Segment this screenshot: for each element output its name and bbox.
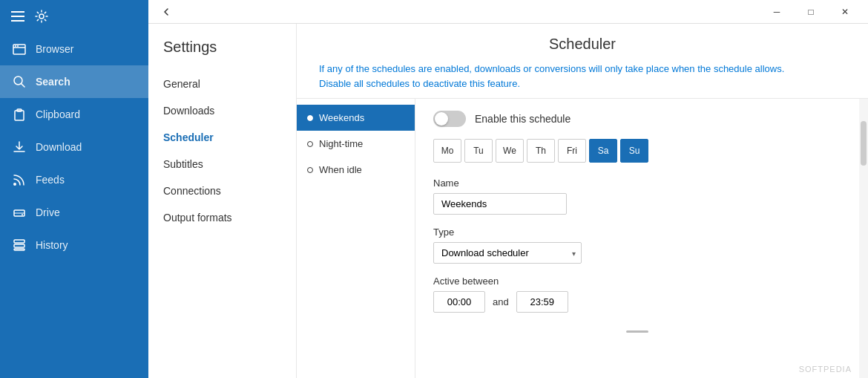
- sidebar-item-label: Drive: [36, 206, 60, 218]
- svg-rect-0: [11, 11, 24, 13]
- svg-rect-10: [15, 111, 24, 120]
- scrollbar-thumb[interactable]: [861, 121, 867, 166]
- scheduler-title: Scheduler: [319, 36, 846, 53]
- day-button-we[interactable]: We: [496, 139, 524, 163]
- scheduler-body: Weekends Night-time When idle: [297, 99, 868, 378]
- sidebar-item-feeds[interactable]: Feeds: [0, 163, 148, 196]
- schedule-dot: [307, 115, 313, 121]
- sidebar-item-label: Browser: [36, 43, 73, 55]
- enable-schedule-toggle[interactable]: [433, 111, 466, 127]
- time-to-input[interactable]: [516, 291, 568, 313]
- titlebar: ─ □ ✕: [148, 0, 868, 24]
- back-button[interactable]: [154, 0, 178, 24]
- settings-gear-icon[interactable]: [34, 9, 49, 24]
- expand-handle-line: [626, 330, 648, 333]
- main-content: ─ □ ✕ Settings General Downloads Schedul…: [148, 0, 868, 378]
- day-button-mo[interactable]: Mo: [433, 139, 461, 163]
- scheduler-content: Scheduler If any of the schedules are en…: [297, 24, 868, 378]
- settings-title: Settings: [148, 39, 296, 71]
- schedule-item-weekends[interactable]: Weekends: [297, 105, 415, 131]
- scheduler-info: If any of the schedules are enabled, dow…: [319, 62, 846, 91]
- sidebar-item-download[interactable]: Download: [0, 131, 148, 163]
- sidebar-item-label: Download: [36, 141, 82, 153]
- day-button-fri[interactable]: Fri: [558, 139, 586, 163]
- name-field-group: Name: [433, 177, 841, 215]
- sidebar-item-label: Search: [36, 76, 70, 88]
- type-select-wrapper: Download scheduler Conversion scheduler …: [433, 242, 582, 264]
- scrollbar-track[interactable]: [859, 99, 868, 378]
- svg-rect-2: [11, 20, 24, 22]
- svg-point-7: [17, 45, 19, 47]
- settings-nav-general[interactable]: General: [148, 71, 296, 97]
- day-button-tu[interactable]: Tu: [464, 139, 493, 163]
- clipboard-icon: [12, 107, 27, 122]
- svg-rect-1: [11, 16, 24, 17]
- name-input[interactable]: [433, 193, 567, 215]
- sidebar-item-search[interactable]: Search: [0, 65, 148, 98]
- schedule-item-when-idle[interactable]: When idle: [297, 157, 415, 183]
- type-label: Type: [433, 227, 841, 238]
- day-button-sa[interactable]: Sa: [589, 139, 617, 163]
- sidebar-item-browser[interactable]: Browser: [0, 33, 148, 65]
- sidebar: Browser Search Clipboard Download: [0, 0, 148, 378]
- toggle-row: Enable this schedule: [433, 111, 841, 127]
- settings-nav-subtitles[interactable]: Subtitles: [148, 151, 296, 177]
- settings-nav-output-formats[interactable]: Output formats: [148, 204, 296, 231]
- sidebar-item-label: Feeds: [36, 174, 65, 186]
- scheduler-info-line1: If any of the schedules are enabled, dow…: [319, 63, 784, 74]
- sidebar-item-drive[interactable]: Drive: [0, 196, 148, 229]
- time-from-input[interactable]: [433, 291, 485, 313]
- expand-handle[interactable]: [433, 325, 841, 336]
- close-button[interactable]: ✕: [828, 0, 862, 24]
- toggle-label: Enable this schedule: [475, 113, 571, 125]
- hamburger-icon[interactable]: [10, 9, 25, 24]
- time-and-separator: and: [493, 296, 509, 307]
- schedule-list: Weekends Night-time When idle: [297, 99, 415, 378]
- name-label: Name: [433, 177, 841, 189]
- schedule-dot: [307, 141, 313, 147]
- softpedia-watermark: SOFTPEDIA: [799, 365, 852, 374]
- day-button-su[interactable]: Su: [620, 139, 648, 163]
- settings-nav-connections[interactable]: Connections: [148, 177, 296, 204]
- active-between-field-group: Active between and: [433, 276, 841, 313]
- scheduler-info-line2: Disable all schedules to deactivate this…: [319, 78, 520, 89]
- schedule-item-label: Night-time: [319, 138, 363, 149]
- schedule-item-label: Weekends: [319, 112, 364, 123]
- settings-nav-scheduler[interactable]: Scheduler: [148, 124, 296, 151]
- sidebar-header: [0, 0, 148, 33]
- time-row: and: [433, 291, 841, 313]
- sidebar-item-history[interactable]: History: [0, 229, 148, 261]
- history-icon: [12, 238, 27, 252]
- schedule-detail: Enable this schedule Mo Tu We Th Fri Sa …: [415, 99, 859, 378]
- schedule-item-night-time[interactable]: Night-time: [297, 131, 415, 157]
- minimize-button[interactable]: ─: [760, 0, 794, 24]
- sidebar-item-clipboard[interactable]: Clipboard: [0, 98, 148, 131]
- sidebar-item-label: Clipboard: [36, 108, 80, 120]
- content-area: Settings General Downloads Scheduler Sub…: [148, 24, 868, 378]
- settings-nav: Settings General Downloads Scheduler Sub…: [148, 24, 297, 378]
- type-select[interactable]: Download scheduler Conversion scheduler: [433, 242, 582, 264]
- svg-rect-19: [14, 249, 24, 250]
- drive-icon: [12, 205, 27, 220]
- download-icon: [12, 140, 27, 154]
- svg-rect-17: [14, 240, 24, 243]
- svg-point-13: [13, 183, 16, 186]
- svg-point-3: [39, 14, 44, 19]
- active-between-label: Active between: [433, 276, 841, 287]
- schedule-dot: [307, 167, 313, 173]
- settings-nav-downloads[interactable]: Downloads: [148, 97, 296, 124]
- svg-point-16: [22, 214, 23, 215]
- window-controls: ─ □ ✕: [760, 0, 862, 24]
- svg-point-6: [15, 45, 16, 47]
- type-field-group: Type Download scheduler Conversion sched…: [433, 227, 841, 264]
- day-buttons: Mo Tu We Th Fri Sa Su: [433, 139, 841, 163]
- search-icon: [12, 74, 27, 89]
- browser-icon: [12, 42, 27, 56]
- schedule-item-label: When idle: [319, 164, 362, 175]
- sidebar-item-label: History: [36, 239, 68, 251]
- day-button-th[interactable]: Th: [527, 139, 555, 163]
- feeds-icon: [12, 172, 27, 187]
- svg-rect-18: [14, 244, 24, 247]
- maximize-button[interactable]: □: [794, 0, 828, 24]
- svg-line-9: [22, 84, 25, 88]
